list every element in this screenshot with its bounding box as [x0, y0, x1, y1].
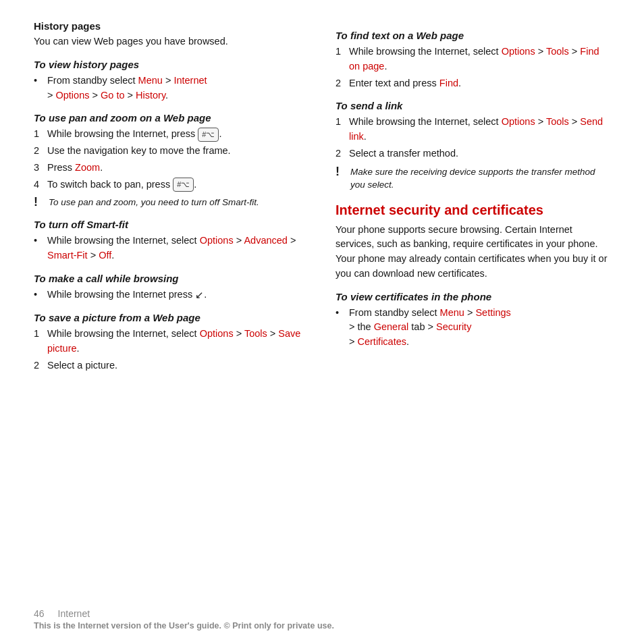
- save-pic-2: 2 Select a picture.: [34, 358, 308, 373]
- view-history-title: To view history pages: [34, 59, 308, 70]
- left-column: History pages You can view Web pages you…: [34, 20, 308, 600]
- hash-key-icon2: #⌥: [173, 178, 194, 192]
- pan-zoom-note: ! To use pan and zoom, you need to turn …: [34, 196, 308, 209]
- bullet-icon: •: [34, 74, 42, 103]
- view-certs-title: To view certificates in the phone: [336, 291, 610, 302]
- pan-zoom-2: 2 Use the navigation key to move the fra…: [34, 144, 308, 159]
- view-history-text: From standby select Menu > Internet > Op…: [47, 74, 207, 103]
- send-link-1: 1 While browsing the Internet, select Op…: [336, 115, 610, 144]
- internet-sec-title: Internet security and certificates: [336, 201, 610, 219]
- pan-zoom-3: 3 Press Zoom.: [34, 161, 308, 176]
- note-icon: !: [34, 196, 43, 209]
- smart-fit-text: While browsing the Internet, select Opti…: [47, 234, 308, 263]
- smart-fit-title: To turn off Smart-fit: [34, 219, 308, 230]
- view-history-bullet: • From standby select Menu > Internet > …: [34, 74, 308, 103]
- internet-sec-body: Your phone supports secure browsing. Cer…: [336, 223, 610, 281]
- footer-copyright: This is the Internet version of the User…: [34, 621, 610, 630]
- smart-fit-bullet: • While browsing the Internet, select Op…: [34, 234, 308, 263]
- find-text-title: To find text on a Web page: [336, 30, 610, 41]
- call-title: To make a call while browsing: [34, 273, 308, 284]
- send-link-2: 2 Select a transfer method.: [336, 146, 610, 161]
- save-pic-1: 1 While browsing the Internet, select Op…: [34, 327, 308, 356]
- call-icon: ↙: [195, 288, 204, 303]
- footer: 46 Internet This is the Internet version…: [34, 600, 610, 630]
- pan-zoom-title: To use pan and zoom on a Web page: [34, 112, 308, 124]
- hash-key-icon: #⌥: [198, 128, 219, 142]
- history-body: You can view Web pages you have browsed.: [34, 34, 308, 49]
- note-icon2: !: [336, 165, 345, 192]
- save-pic-title: To save a picture from a Web page: [34, 312, 308, 323]
- find-text-1: 1 While browsing the Internet, select Op…: [336, 45, 610, 74]
- view-certs-bullet: • From standby select Menu > Settings > …: [336, 306, 610, 350]
- view-certs-text: From standby select Menu > Settings > th…: [349, 306, 511, 350]
- pan-zoom-1: 1 While browsing the Internet, press #⌥.: [34, 127, 308, 142]
- bullet-icon4: •: [336, 306, 344, 350]
- bullet-icon2: •: [34, 234, 42, 263]
- bullet-icon3: •: [34, 288, 42, 303]
- right-column: To find text on a Web page 1 While brows…: [336, 20, 610, 600]
- call-bullet: • While browsing the Internet press ↙.: [34, 288, 308, 303]
- pan-zoom-4: 4 To switch back to pan, press #⌥.: [34, 178, 308, 192]
- send-link-title: To send a link: [336, 100, 610, 111]
- page: History pages You can view Web pages you…: [0, 0, 644, 644]
- history-title: History pages: [34, 20, 308, 32]
- page-number: 46: [34, 608, 45, 619]
- page-section: Internet: [58, 608, 90, 619]
- send-link-note: ! Make sure the receiving device support…: [336, 165, 610, 192]
- find-text-2: 2 Enter text and press Find.: [336, 76, 610, 91]
- content: History pages You can view Web pages you…: [34, 20, 610, 600]
